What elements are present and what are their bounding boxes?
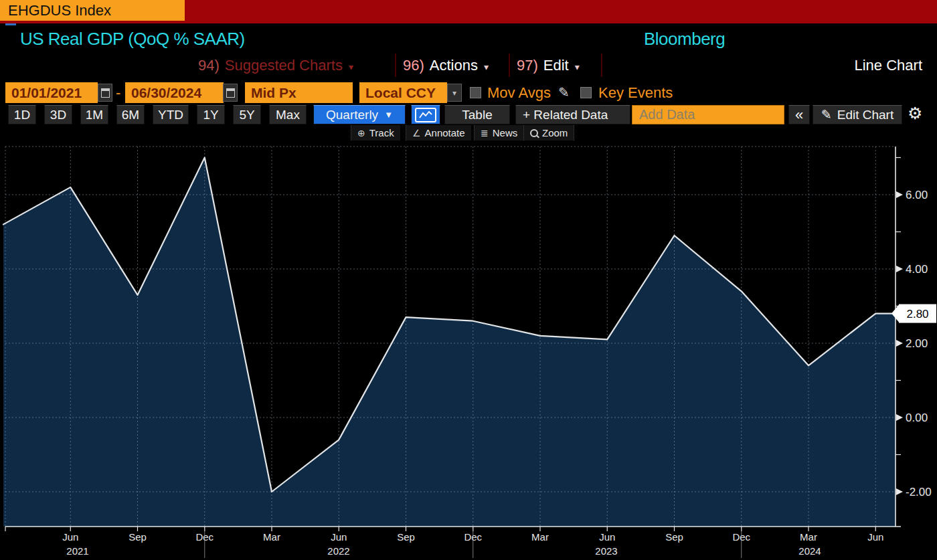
x-month-label: Sep [397, 531, 415, 543]
key-events-label[interactable]: Key Events [598, 81, 673, 104]
x-year-label: 2024 [798, 545, 821, 557]
y-major-tick [896, 488, 903, 495]
frequency-dropdown[interactable]: Quarterly ▼ [313, 105, 406, 124]
date-range-separator: - [116, 81, 120, 104]
date-from-input[interactable]: 01/01/2021 [5, 82, 98, 103]
x-year-label: 2023 [595, 545, 617, 557]
mov-avgs-checkbox[interactable] [470, 87, 481, 98]
zoom-icon [530, 129, 538, 137]
x-month-label: Jun [599, 531, 615, 543]
edit-chart-label: Edit Chart [837, 106, 893, 124]
chevron-down-icon: ▾ [484, 62, 489, 72]
mov-avgs-label[interactable]: Mov Avgs [487, 81, 551, 104]
x-year-label: 2021 [66, 545, 88, 557]
y-major-tick [896, 414, 903, 421]
news-label: News [493, 127, 518, 138]
y-major-tick [896, 191, 903, 198]
menu-number: 94) [198, 57, 220, 74]
date-to-input[interactable]: 06/30/2024 [125, 82, 224, 103]
pencil-icon[interactable]: ✎ [558, 81, 570, 104]
edit-chart-button[interactable]: ✎ Edit Chart [813, 105, 902, 124]
period-1m-button[interactable]: 1M [80, 105, 108, 124]
y-tick-label: 6.00 [906, 189, 928, 201]
y-tick-label: -2.00 [906, 486, 932, 498]
menu-label: Edit [543, 57, 569, 74]
last-value-label: 2.80 [906, 308, 928, 320]
pencil-icon: ✎ [821, 106, 832, 124]
period-1d-button[interactable]: 1D [8, 105, 36, 124]
add-data-input[interactable]: Add Data [632, 105, 784, 124]
y-major-tick [896, 340, 903, 347]
key-events-checkbox[interactable] [580, 87, 592, 98]
x-month-label: Mar [531, 531, 549, 543]
series-area [3, 158, 896, 527]
period-1y-button[interactable]: 1Y [197, 105, 225, 124]
y-tick-label: 2.00 [906, 337, 928, 350]
chevron-down-icon: ▼ [384, 106, 393, 124]
line-chart-icon [415, 108, 436, 122]
track-label: Track [369, 127, 394, 138]
x-month-label: Jun [867, 531, 883, 543]
x-month-label: Mar [263, 531, 280, 543]
x-year-label: 2022 [327, 545, 349, 557]
collapse-button[interactable]: « [788, 105, 810, 124]
x-month-label: Sep [129, 531, 147, 543]
menu-actions[interactable]: 96)Actions▾ [403, 54, 489, 77]
calendar-icon [101, 88, 110, 98]
annotate-label: Annotate [425, 127, 465, 138]
chart-type-label: Line Chart [854, 54, 922, 77]
news-icon: ≣ [481, 128, 489, 138]
menu-label: Suggested Charts [225, 57, 343, 74]
x-month-label: Jun [62, 531, 78, 543]
security-input[interactable]: EHGDUS Index [0, 0, 185, 21]
y-tick-label: 0.00 [906, 411, 928, 424]
currency-dropdown-button[interactable]: ▾ [447, 84, 462, 102]
related-data-button[interactable]: + Related Data [515, 105, 630, 124]
period-max-button[interactable]: Max [269, 105, 307, 124]
menu-edit[interactable]: 97)Edit▾ [517, 54, 580, 77]
x-month-label: Mar [800, 531, 817, 543]
frequency-label: Quarterly [326, 106, 378, 124]
period-6m-button[interactable]: 6M [116, 105, 145, 124]
period-5y-button[interactable]: 5Y [233, 105, 261, 124]
chart-title: US Real GDP (QoQ % SAAR) [20, 29, 245, 50]
track-button[interactable]: ⊕ Track [351, 125, 400, 141]
currency-select[interactable]: Local CCY [359, 82, 447, 103]
y-major-tick [896, 266, 903, 272]
annotate-icon: ∠ [412, 128, 421, 138]
zoom-label: Zoom [542, 127, 568, 138]
track-icon: ⊕ [357, 128, 365, 138]
period-3d-button[interactable]: 3D [44, 105, 72, 124]
x-month-label: Sep [665, 531, 683, 543]
menu-divider [509, 54, 510, 77]
gear-icon: ⚙ [908, 104, 922, 122]
bloomberg-terminal-window: { "header": { "ticker": "EHGDUS", "last_… [0, 0, 937, 560]
news-button[interactable]: ≣ News [474, 125, 523, 141]
chevron-down-icon: ▾ [575, 62, 580, 72]
menu-number: 97) [517, 57, 538, 74]
line-chart-view-toggle[interactable] [411, 105, 440, 124]
menu-label: Actions [430, 57, 478, 74]
settings-gear-button[interactable]: ⚙ [908, 104, 922, 123]
menu-suggested-charts[interactable]: 94)Suggested Charts▾ [198, 54, 353, 77]
price-type-input[interactable]: Mid Px [245, 82, 353, 103]
zoom-button[interactable]: Zoom [523, 125, 574, 141]
calendar-button-to[interactable] [223, 84, 238, 102]
menu-number: 96) [403, 57, 424, 74]
gdp-line-chart[interactable]: 6.004.002.000.00-2.00JunSepDecMarJunSepD… [0, 141, 937, 560]
calendar-button-from[interactable] [98, 84, 112, 102]
y-tick-label: 4.00 [906, 263, 928, 276]
annotate-button[interactable]: ∠ Annotate [406, 125, 471, 141]
menu-divider [395, 54, 396, 77]
chevron-down-icon: ▾ [452, 88, 456, 98]
x-month-label: Jun [331, 531, 347, 543]
period-ytd-button[interactable]: YTD [153, 105, 189, 124]
calendar-icon [226, 88, 235, 98]
table-button[interactable]: Table [444, 105, 510, 124]
brand-label: Bloomberg [644, 29, 725, 50]
menu-divider [601, 54, 602, 77]
chevron-down-icon: ▾ [349, 62, 353, 72]
